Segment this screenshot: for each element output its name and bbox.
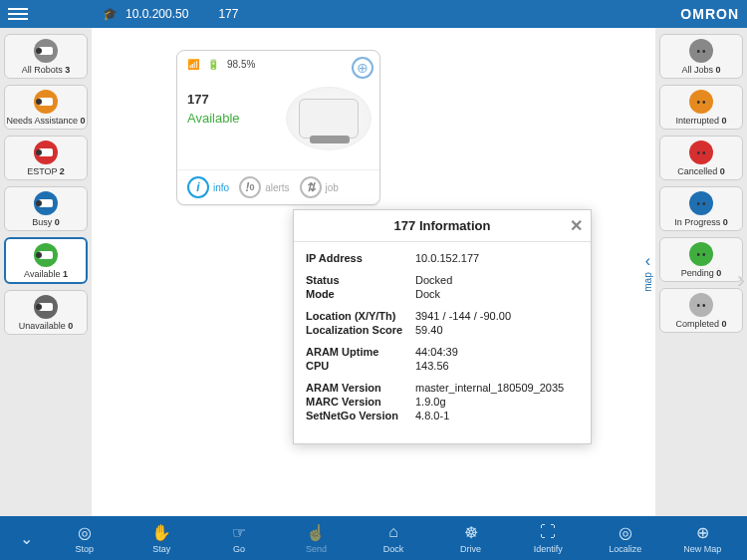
filter-icon [34,90,58,114]
dialog-title-bar: 177 Information ✕ [294,210,591,242]
label-location: Location (X/Y/Th) [306,310,415,322]
send-icon: ☝ [306,522,326,542]
info-dialog: 177 Information ✕ IP Address10.0.152.177… [293,209,592,444]
robot-card[interactable]: 📶 🔋 98.5% ⊕ 177 Available iinfo !0 a [176,50,380,205]
globe-icon[interactable]: ⊕ [352,57,374,79]
close-icon[interactable]: ✕ [570,216,583,235]
map-tab[interactable]: ‹ map [640,248,655,295]
filter-available[interactable]: Available 1 [4,237,88,284]
job-filter-label: Pending 0 [681,268,722,278]
toolbar-label: Stop [76,544,95,554]
header-robot-id: 177 [218,7,238,21]
value-mode: Dock [415,288,579,300]
filter-label: Needs Assistance 0 [6,116,85,126]
robot-indicators: 📶 🔋 98.5% [187,59,370,70]
menu-icon[interactable] [8,8,38,20]
job-filter-cancelled[interactable]: Cancelled 0 [659,136,743,180]
filter-label: Available 1 [24,269,68,279]
label-mode: Mode [306,288,415,300]
job-filter-label: Interrupted 0 [675,116,726,126]
toolbar-localize[interactable]: ◎Localize [587,522,664,554]
identify-icon: ⛶ [538,522,558,542]
job-filter-label: All Jobs 0 [681,65,720,75]
label-marc-version: MARC Version [306,396,415,408]
filter-label: Unavailable 0 [19,321,74,331]
job-filter-completed[interactable]: Completed 0 [659,288,743,333]
toolbar-drive[interactable]: ☸Drive [432,522,510,554]
value-sng-version: 4.8.0-1 [415,410,579,421]
filter-estop[interactable]: ESTOP 2 [4,136,88,180]
toolbar-label: New Map [683,544,721,554]
filter-needs-assistance[interactable]: Needs Assistance 0 [4,85,88,130]
value-ip: 10.0.152.177 [415,252,579,264]
job-filter-icon [689,140,713,164]
toolbar-go[interactable]: ☞Go [200,522,278,554]
job-filter-icon [689,90,713,114]
stop-icon: ◎ [75,522,95,542]
job-filter-in-progress[interactable]: In Progress 0 [659,186,743,231]
tab-job[interactable]: ⇅job [300,176,339,198]
label-aram-version: ARAM Version [306,382,415,394]
job-filter-interrupted[interactable]: Interrupted 0 [659,85,743,130]
job-filter-icon [689,39,713,63]
connection-icon: 🎓 [103,7,118,21]
job-filter-all-jobs[interactable]: All Jobs 0 [659,34,743,79]
right-sidebar: All Jobs 0Interrupted 0Cancelled 0In Pro… [655,28,747,516]
filter-icon [34,295,58,319]
filter-label: ESTOP 2 [27,166,65,176]
new map-icon: ⊕ [692,522,712,542]
toolbar-identify[interactable]: ⛶Identify [509,522,587,554]
toolbar-label: Localize [609,544,641,554]
label-cpu: CPU [306,360,415,372]
tab-alerts[interactable]: !0 alerts [239,176,289,198]
toolbar-collapse-icon[interactable]: ⌄ [6,529,46,548]
toolbar-label: Dock [383,544,404,554]
toolbar-stay[interactable]: ✋Stay [124,522,201,554]
toolbar-dock[interactable]: ⌂Dock [355,522,432,554]
value-locscore: 59.40 [415,324,579,336]
label-sng-version: SetNetGo Version [306,410,415,421]
bottom-toolbar: ⌄ ◎Stop✋Stay☞Go☝Send⌂Dock☸Drive⛶Identify… [0,516,747,560]
chevron-left-icon: ‹ [645,252,650,270]
label-ip: IP Address [306,252,415,264]
filter-icon [34,191,58,215]
dock-icon: ⌂ [383,522,403,542]
toolbar-new-map[interactable]: ⊕New Map [664,522,742,554]
tab-info[interactable]: iinfo [187,176,229,198]
go-icon: ☞ [229,522,249,542]
job-filter-pending[interactable]: Pending 0 [659,237,743,282]
value-location: 3941 / -144 / -90.00 [415,310,579,322]
map-canvas: 📶 🔋 98.5% ⊕ 177 Available iinfo !0 a [92,28,655,516]
robot-image [286,87,372,150]
job-filter-icon [689,242,713,266]
signal-icon: 📶 [187,59,199,70]
left-sidebar: All Robots 3Needs Assistance 0ESTOP 2Bus… [0,28,92,516]
value-aram-version: master_internal_180509_2035 [415,382,579,394]
expand-right-icon[interactable]: › [737,266,745,294]
filter-busy[interactable]: Busy 0 [4,186,88,231]
filter-icon [34,243,58,267]
label-locscore: Localization Score [306,324,415,336]
job-filter-label: Completed 0 [675,319,726,329]
stay-icon: ✋ [151,522,171,542]
value-marc-version: 1.9.0g [415,396,579,408]
app-header: 🎓 10.0.200.50 177 OMRON [0,0,747,28]
filter-unavailable[interactable]: Unavailable 0 [4,290,88,335]
dialog-title: 177 Information [394,218,491,233]
filter-label: All Robots 3 [22,65,71,75]
value-status: Docked [415,274,579,286]
job-filter-label: In Progress 0 [674,217,728,227]
localize-icon: ◎ [616,522,635,542]
toolbar-label: Send [306,544,327,554]
battery-percent: 98.5% [227,59,255,70]
value-uptime: 44:04:39 [415,346,579,358]
filter-all-robots[interactable]: All Robots 3 [4,34,88,79]
battery-icon: 🔋 [207,59,219,70]
toolbar-label: Go [233,544,245,554]
toolbar-stop[interactable]: ◎Stop [46,522,124,554]
server-ip: 10.0.200.50 [125,7,188,21]
value-cpu: 143.56 [415,360,579,372]
drive-icon: ☸ [461,522,481,542]
toolbar-label: Stay [152,544,170,554]
toolbar-send: ☝Send [278,522,356,554]
